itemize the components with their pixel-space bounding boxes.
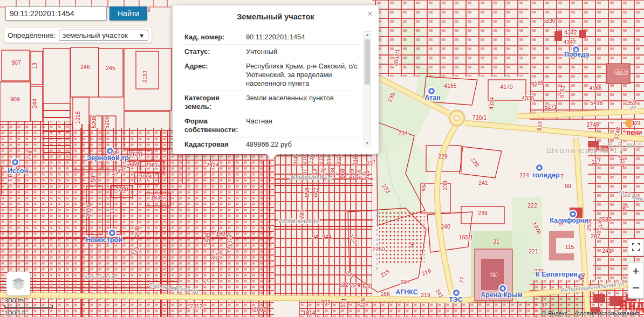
parcel-number[interactable]: 246 — [80, 64, 90, 70]
definition-select[interactable]: земельный участок ▼ — [59, 30, 148, 41]
parcel-number[interactable]: 240 — [441, 223, 450, 230]
parcel-number[interactable]: 4342 — [564, 29, 577, 36]
poi-label-red[interactable]: пени — [627, 129, 642, 136]
parcel-number[interactable]: 42 — [541, 302, 547, 308]
parcel-number[interactable]: 629 — [359, 298, 366, 308]
search-input[interactable] — [5, 6, 107, 20]
terms-link[interactable]: Условия использования — [573, 310, 639, 316]
parcel-number[interactable]: 975 — [364, 170, 370, 180]
poi-label[interactable]: толидер — [532, 171, 560, 179]
parcel-number[interactable]: 239 — [478, 210, 488, 216]
scroll-down-icon[interactable]: ▼ — [364, 141, 371, 146]
parcel-number[interactable]: 2628 — [129, 151, 142, 157]
parcel-number[interactable]: 5208 — [91, 115, 97, 128]
parcel-number[interactable]: 2588 — [134, 224, 140, 237]
parcel-number[interactable]: 2260 — [372, 246, 385, 252]
parcel-number[interactable]: 2424 — [206, 162, 219, 168]
parcel-number[interactable]: 2587 — [599, 216, 612, 223]
poi-label[interactable]: Арена-Крым — [481, 291, 522, 299]
parcel-number[interactable]: 5418 — [590, 100, 603, 106]
parcel-number[interactable]: 214 — [326, 155, 332, 164]
parcel-number[interactable]: 217 — [400, 279, 410, 285]
parcel-number[interactable]: 31 — [493, 238, 499, 245]
parcel-number[interactable]: 47 — [109, 208, 116, 215]
panel-scrollbar[interactable]: ▲ ▼ — [364, 31, 371, 147]
parcel-number[interactable]: 4165 — [444, 82, 457, 89]
layers-button[interactable] — [6, 272, 30, 295]
poi-label[interactable]: Победа — [564, 51, 590, 58]
parcel-number[interactable]: 241 — [478, 180, 488, 186]
parcel-number[interactable]: 218 — [293, 155, 299, 165]
parcel-number[interactable]: 5209 — [104, 116, 110, 129]
zoom-in-button[interactable]: + — [628, 262, 644, 281]
parcel-number[interactable]: 969 — [348, 169, 355, 178]
parcel-number[interactable]: 210 — [301, 155, 307, 164]
parcel-number[interactable]: 958 — [304, 188, 310, 197]
parcel-number[interactable]: 2151 — [141, 70, 148, 83]
parcel-number[interactable]: 198 — [216, 230, 225, 237]
parcel-number[interactable]: 215 — [317, 155, 324, 164]
parcel-number[interactable]: 4335 — [522, 95, 535, 101]
parcel-number[interactable]: 1937 — [150, 194, 163, 201]
parcel-number[interactable]: 229 — [438, 153, 448, 160]
parcel-number[interactable]: 234 — [398, 130, 408, 136]
parcel-number[interactable]: 159 — [90, 176, 97, 185]
zoom-out-button[interactable]: − — [628, 280, 644, 299]
parcel-number[interactable]: 13 — [31, 63, 38, 69]
parcel-number[interactable]: 165/1 — [459, 234, 473, 240]
parcel-number[interactable]: 7 — [560, 173, 564, 180]
parcel-number[interactable]: 632 — [339, 281, 348, 288]
parcel-number[interactable]: 211 — [335, 155, 342, 164]
parcel-number[interactable]: 222 — [527, 202, 537, 209]
parcel-number[interactable]: 46 — [409, 242, 416, 249]
parcel-number[interactable]: 2335 — [86, 204, 92, 217]
parcel-number[interactable]: 4170 — [500, 84, 513, 90]
parcel-number[interactable]: 1569 — [204, 232, 211, 245]
parcel-number[interactable]: 244 — [31, 99, 38, 108]
parcel-number[interactable]: 957 — [313, 188, 320, 197]
parcel-number[interactable]: 241 — [602, 247, 612, 254]
parcel-number[interactable]: 166 — [380, 291, 390, 297]
parcel-number[interactable]: 959 — [321, 299, 331, 306]
poi-label[interactable]: Калифорни — [550, 217, 588, 224]
parcel-number[interactable]: 216 — [352, 156, 359, 166]
parcel-number[interactable]: 2002 — [254, 306, 266, 313]
parcel-number[interactable]: 1018 — [74, 111, 81, 124]
parcel-number[interactable]: 5151 — [558, 85, 566, 98]
parcel-number[interactable]: 974 — [356, 170, 362, 180]
parcel-number[interactable]: 224 — [519, 172, 529, 178]
parcel-number[interactable]: 117 — [592, 158, 601, 165]
parcel-number[interactable]: 2312 — [190, 303, 203, 309]
parcel-number[interactable]: 907 — [11, 59, 21, 66]
parcel-number[interactable]: 630 — [362, 283, 372, 290]
parcel-number[interactable]: 4166 — [589, 85, 602, 91]
parcel-number[interactable]: 2380 — [115, 186, 128, 192]
parcel-number[interactable]: 3749 — [586, 121, 599, 128]
close-icon[interactable]: × — [366, 10, 374, 18]
parcel-number[interactable]: 115 — [565, 244, 574, 250]
parcel-number[interactable]: 2094 — [139, 174, 152, 180]
parcel-number[interactable]: 853 — [536, 121, 543, 131]
poi-label[interactable]: Иссон — [8, 167, 28, 175]
parcel-number[interactable]: 99 — [565, 183, 571, 189]
poi-label[interactable]: АГНКС — [395, 288, 418, 296]
poi-label[interactable]: Зерновой тр — [87, 154, 129, 162]
parcel-number[interactable]: 1814 — [303, 309, 316, 316]
parcel-number[interactable]: 77 — [458, 276, 465, 284]
parcel-number[interactable]: 4342 — [563, 39, 576, 45]
poi-label[interactable]: Новострой — [86, 236, 122, 244]
parcel-number[interactable]: 132 — [226, 234, 232, 244]
parcel-number[interactable]: 329 — [351, 282, 360, 288]
poi-label[interactable]: К Евпатория — [536, 271, 578, 278]
parcel-number[interactable]: 221 — [529, 248, 538, 254]
parcel-number[interactable]: 29 — [491, 271, 497, 278]
parcel-number[interactable]: 5230 — [543, 17, 556, 24]
parcel-number[interactable]: 207 — [591, 233, 600, 239]
fullscreen-button[interactable] — [628, 239, 644, 256]
poi-label[interactable]: ТЭС — [449, 296, 463, 304]
parcel-number[interactable]: 4286 — [615, 69, 628, 75]
parcel-number[interactable]: 238 — [442, 181, 448, 190]
parcel-number[interactable]: 631 — [339, 298, 346, 308]
parcel-number[interactable]: 2381 — [145, 162, 158, 168]
search-button[interactable]: Найти — [109, 6, 147, 20]
